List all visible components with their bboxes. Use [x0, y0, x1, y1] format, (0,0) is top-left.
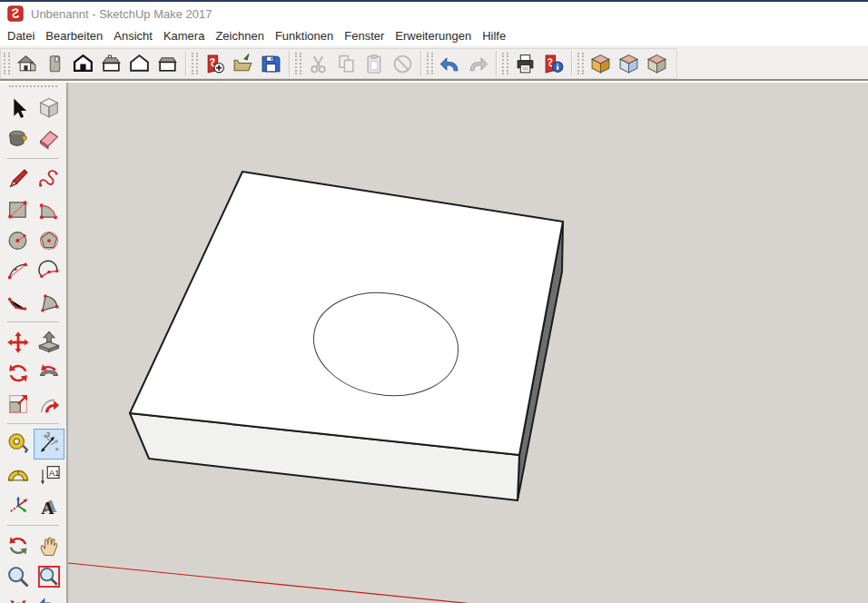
view-front-button[interactable] — [69, 50, 97, 77]
palette-divider — [0, 521, 66, 530]
menu-zeichnen[interactable]: Zeichnen — [210, 26, 269, 45]
tool-select-button[interactable] — [3, 93, 34, 124]
tool-two-point-arc-button[interactable] — [34, 256, 64, 287]
toolbar-grip-history[interactable] — [427, 53, 433, 74]
view-top-button[interactable] — [41, 50, 69, 77]
model-top-face[interactable] — [130, 172, 563, 455]
face-style-xray-icon — [617, 53, 640, 75]
tool-orbit-button[interactable] — [3, 530, 34, 561]
tool-pie-button[interactable] — [34, 287, 64, 318]
model-info-button[interactable] — [539, 50, 567, 77]
paint-bucket-icon — [5, 126, 31, 152]
face-style-monochrome-button[interactable] — [643, 50, 671, 77]
tool-tape-measure-button[interactable] — [3, 429, 34, 460]
tool-rectangle-button[interactable] — [3, 194, 34, 225]
tool-axes-button[interactable] — [3, 490, 34, 521]
tool-paint-bucket-button[interactable] — [3, 124, 34, 154]
toolbar-grip-face-style[interactable] — [577, 53, 584, 74]
copy-button[interactable] — [332, 50, 360, 77]
red-axis-line — [68, 563, 473, 603]
tool-palette: 3A1AA — [0, 83, 68, 603]
save-button[interactable] — [257, 50, 285, 77]
tool-pan-button[interactable] — [34, 530, 64, 561]
eraser-icon — [36, 126, 62, 152]
view-top-icon — [44, 53, 66, 75]
menu-erweiterungen[interactable]: Erweiterungen — [390, 26, 477, 45]
window-title: Unbenannt - SketchUp Make 2017 — [31, 7, 212, 21]
menu-kamera[interactable]: Kamera — [158, 26, 211, 45]
toolbar-grip-file[interactable] — [192, 53, 198, 74]
tool-zoom-button[interactable] — [3, 561, 34, 592]
view-right-icon — [100, 53, 123, 75]
menu-datei[interactable]: Datei — [2, 26, 40, 45]
tool-push-pull-button[interactable] — [34, 327, 64, 358]
tool-line-button[interactable] — [3, 163, 34, 194]
arc-icon — [5, 259, 31, 284]
follow-me-icon — [36, 361, 62, 386]
face-style-xray-button[interactable] — [615, 50, 643, 77]
tool-zoom-window-button[interactable] — [34, 561, 64, 592]
toolbar-grip-output[interactable] — [502, 53, 508, 74]
tool-freehand-button[interactable] — [34, 163, 64, 194]
menu-funktionen[interactable]: Funktionen — [270, 26, 339, 45]
print-button[interactable] — [511, 50, 539, 77]
toolbar-separator — [185, 51, 187, 76]
palette-row — [0, 93, 66, 124]
menu-hilfe[interactable]: Hilfe — [477, 26, 511, 45]
view-left-icon — [156, 53, 179, 75]
model-info-icon — [542, 53, 565, 75]
drawing-canvas[interactable] — [68, 83, 868, 603]
paste-button[interactable] — [360, 50, 389, 77]
tool-3d-text-button[interactable]: AA — [34, 490, 64, 521]
zoom-extents-icon — [5, 595, 31, 603]
open-button[interactable] — [229, 50, 257, 77]
view-left-button[interactable] — [153, 50, 182, 77]
toolbar-grip-views[interactable] — [4, 53, 10, 74]
sketchup-window: Unbenannt - SketchUp Make 2017 DateiBear… — [0, 0, 868, 603]
main-area: 3A1AA — [0, 83, 868, 603]
view-iso-button[interactable] — [13, 50, 41, 77]
tool-text-button[interactable]: A1 — [34, 460, 64, 490]
face-style-shaded-icon — [589, 53, 612, 75]
palette-row: 3 — [0, 429, 66, 460]
tool-offset-button[interactable] — [34, 389, 64, 420]
3d-text-icon: AA — [36, 493, 62, 519]
tool-three-point-arc-button[interactable] — [3, 287, 34, 318]
view-right-button[interactable] — [97, 50, 125, 77]
toolbar-panel — [0, 48, 677, 79]
tool-eraser-button[interactable] — [34, 124, 64, 154]
pan-icon — [36, 533, 62, 559]
tool-rotated-rectangle-button[interactable] — [34, 194, 64, 225]
paste-icon — [363, 53, 386, 75]
cut-icon — [307, 53, 330, 75]
palette-row — [0, 561, 66, 592]
tool-previous-view-button[interactable] — [34, 592, 64, 603]
palette-grip[interactable] — [9, 85, 57, 90]
tool-circle-button[interactable] — [3, 225, 34, 256]
tool-make-component-button[interactable] — [34, 93, 64, 124]
tool-move-button[interactable] — [3, 327, 34, 358]
freehand-icon — [36, 166, 62, 192]
palette-row — [0, 592, 66, 603]
tool-arc-button[interactable] — [3, 256, 34, 287]
menu-bearbeiten[interactable]: Bearbeiten — [40, 26, 108, 45]
palette-row: A1 — [0, 460, 66, 490]
tool-polygon-button[interactable] — [34, 225, 64, 256]
tool-protractor-button[interactable] — [3, 460, 34, 490]
new-button[interactable] — [201, 50, 229, 77]
tool-scale-button[interactable] — [3, 389, 34, 420]
redo-button[interactable] — [464, 50, 492, 77]
face-style-shaded-button[interactable] — [587, 50, 615, 77]
delete-button[interactable] — [389, 50, 417, 77]
view-back-button[interactable] — [125, 50, 153, 77]
cut-button[interactable] — [304, 50, 332, 77]
menu-ansicht[interactable]: Ansicht — [108, 26, 158, 45]
tool-zoom-extents-button[interactable] — [3, 592, 34, 603]
tool-follow-me-button[interactable] — [34, 358, 64, 389]
tool-rotate-button[interactable] — [3, 358, 34, 389]
toolbar-grip-edit[interactable] — [295, 53, 301, 74]
menu-bar: DateiBearbeitenAnsichtKameraZeichnenFunk… — [0, 25, 868, 47]
undo-button[interactable] — [436, 50, 464, 77]
menu-fenster[interactable]: Fenster — [339, 26, 390, 45]
tool-dimension-button[interactable]: 3 — [34, 429, 64, 460]
